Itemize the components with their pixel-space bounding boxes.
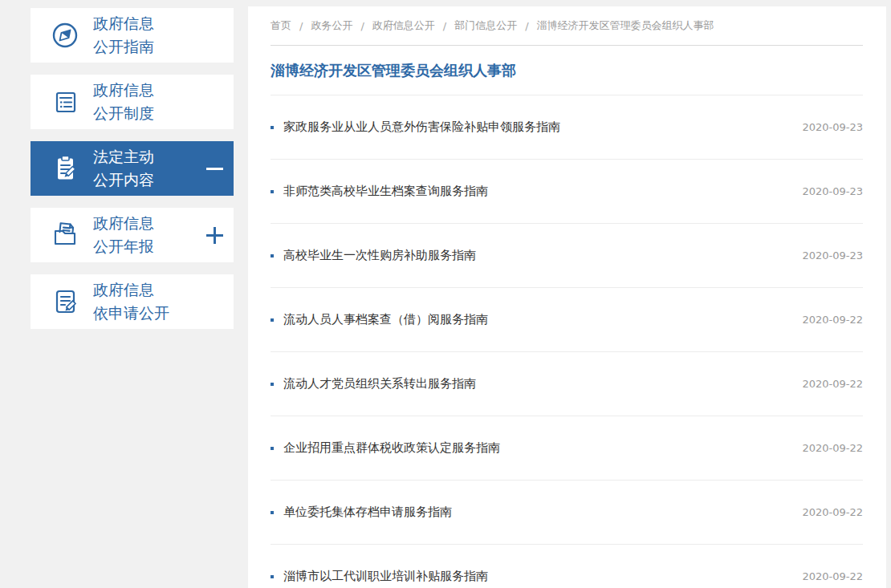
article-link[interactable]: 淄博市以工代训职业培训补贴服务指南 [283, 569, 488, 584]
article-link[interactable]: 企业招用重点群体税收政策认定服务指南 [283, 440, 500, 456]
article-row: 企业招用重点群体税收政策认定服务指南 2020-09-22 [271, 416, 863, 481]
article-link[interactable]: 流动人员人事档案查（借）阅服务指南 [283, 312, 488, 327]
plus-bar [214, 227, 215, 244]
breadcrumb-separator: / [299, 20, 303, 32]
article-row: 流动人员人事档案查（借）阅服务指南 2020-09-22 [271, 288, 863, 352]
sidebar-item-label: 政府信息 公开指南 [93, 12, 154, 59]
sidebar-item-statutory-disclosure[interactable]: 法定主动 公开内容 [31, 141, 234, 196]
sidebar-item-label: 政府信息 公开年报 [93, 212, 154, 258]
breadcrumb-separator: / [525, 20, 528, 32]
article-row: 流动人才党员组织关系转出服务指南 2020-09-22 [271, 352, 863, 416]
breadcrumb-gov-info-disclosure[interactable]: 政府信息公开 [372, 18, 435, 33]
article-date: 2020-09-22 [802, 506, 863, 518]
bullet-icon [271, 318, 274, 322]
article-date: 2020-09-22 [802, 378, 863, 390]
bullet-icon [271, 190, 274, 193]
breadcrumb-separator: / [443, 20, 446, 32]
article-date: 2020-09-22 [802, 570, 863, 582]
article-date: 2020-09-23 [802, 249, 863, 262]
article-date: 2020-09-22 [802, 314, 863, 326]
article-link[interactable]: 流动人才党员组织关系转出服务指南 [283, 376, 476, 391]
breadcrumb: 首页 / 政务公开 / 政府信息公开 / 部门信息公开 / 淄博经济开发区管理委… [271, 6, 863, 46]
bullet-icon [271, 383, 274, 386]
breadcrumb-separator: / [360, 20, 364, 32]
minus-icon[interactable] [206, 160, 223, 177]
title-section: 淄博经济开发区管理委员会组织人事部 [271, 46, 863, 95]
article-link[interactable]: 家政服务业从业人员意外伤害保险补贴申领服务指南 [283, 120, 560, 135]
article-row: 高校毕业生一次性购房补助服务指南 2020-09-23 [271, 224, 863, 288]
minus-bar [206, 168, 223, 170]
article-link[interactable]: 单位委托集体存档申请服务指南 [283, 505, 452, 520]
article-row: 单位委托集体存档申请服务指南 2020-09-22 [271, 481, 863, 545]
ledger-icon [49, 86, 81, 118]
sidebar-item-disclosure-by-request[interactable]: 政府信息 依申请公开 [31, 274, 234, 329]
plus-icon[interactable] [206, 227, 223, 244]
page-title: 淄博经济开发区管理委员会组织人事部 [271, 46, 863, 95]
sidebar-item-disclosure-guide[interactable]: 政府信息 公开指南 [31, 8, 234, 63]
article-list: 家政服务业从业人员意外伤害保险补贴申领服务指南 2020-09-23 非师范类高… [271, 95, 863, 588]
sidebar: 政府信息 公开指南 政府信息 公开制度 [31, 8, 234, 341]
bullet-icon [271, 126, 274, 129]
folder-report-icon [49, 219, 81, 251]
bullet-icon [271, 254, 274, 258]
sidebar-item-label: 法定主动 公开内容 [93, 145, 154, 192]
article-date: 2020-09-23 [802, 121, 863, 133]
sidebar-item-label: 政府信息 依申请公开 [93, 278, 169, 325]
article-link[interactable]: 非师范类高校毕业生档案查询服务指南 [283, 184, 488, 199]
bullet-icon [271, 575, 274, 578]
document-edit-icon [49, 286, 81, 318]
breadcrumb-current-page[interactable]: 淄博经济开发区管理委员会组织人事部 [537, 18, 714, 33]
breadcrumb-home[interactable]: 首页 [271, 18, 291, 33]
bullet-icon [271, 447, 274, 450]
page: 政府信息 公开指南 政府信息 公开制度 [0, 0, 891, 588]
breadcrumb-gov-affairs[interactable]: 政务公开 [311, 18, 352, 33]
article-date: 2020-09-23 [802, 185, 863, 197]
article-link[interactable]: 高校毕业生一次性购房补助服务指南 [283, 248, 476, 263]
article-row: 家政服务业从业人员意外伤害保险补贴申领服务指南 2020-09-23 [271, 95, 863, 160]
bullet-icon [271, 511, 274, 514]
compass-icon [49, 19, 81, 51]
article-row: 淄博市以工代训职业培训补贴服务指南 2020-09-22 [271, 545, 863, 588]
breadcrumb-department-disclosure[interactable]: 部门信息公开 [454, 18, 517, 33]
sidebar-item-annual-report[interactable]: 政府信息 公开年报 [31, 208, 234, 262]
article-date: 2020-09-22 [802, 442, 863, 454]
article-row: 非师范类高校毕业生档案查询服务指南 2020-09-23 [271, 160, 863, 224]
sidebar-item-label: 政府信息 公开制度 [93, 79, 154, 125]
sidebar-item-disclosure-system[interactable]: 政府信息 公开制度 [31, 75, 234, 129]
content-panel: 首页 / 政务公开 / 政府信息公开 / 部门信息公开 / 淄博经济开发区管理委… [248, 6, 886, 588]
clipboard-edit-icon [49, 152, 81, 185]
